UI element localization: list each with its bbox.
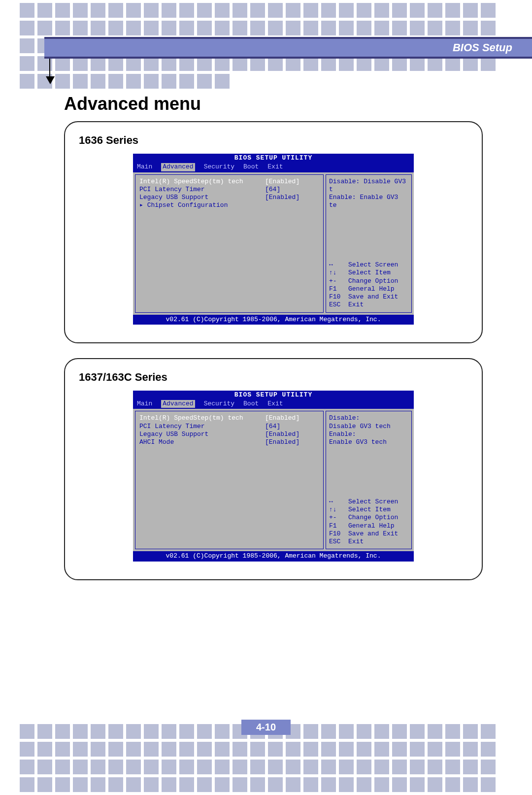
setting-label: Legacy USB Support (139, 194, 265, 201)
key-hint: +- Change Option (329, 277, 408, 285)
bios-footer: v02.61 (C)Copyright 1985-2006, American … (133, 315, 414, 325)
bios-tab-main[interactable]: Main (137, 400, 152, 408)
setting-value: [64] (265, 186, 319, 194)
setting-label: PCI Latency Timer (139, 186, 265, 194)
bios-setting-row[interactable]: Legacy USB Support[Enabled] (139, 431, 319, 438)
setting-value: [Enabled] (265, 414, 319, 422)
setting-value (265, 201, 319, 209)
bios-tab-boot[interactable]: Boot (243, 400, 259, 408)
bios-help-pane: Disable: Disable GV3 tEnable: Enable GV3… (326, 174, 412, 313)
bios-setting-row[interactable]: Intel(R) SpeedStep(tm) tech[Enabled] (139, 178, 319, 186)
bios-title: BIOS SETUP UTILITY (133, 154, 414, 163)
bios-tab-advanced[interactable]: Advanced (161, 400, 195, 408)
setting-label: ▸ Chipset Configuration (139, 201, 265, 209)
bios-setting-row[interactable]: Legacy USB Support[Enabled] (139, 194, 319, 201)
bios-menu-tabs: MainAdvancedSecurityBootExit (133, 399, 414, 408)
key-hint: F10 Save and Exit (329, 293, 408, 301)
bios-screenshot-1636: BIOS SETUP UTILITY MainAdvancedSecurityB… (133, 154, 414, 325)
bios-help-text: Disable: Disable GV3 tEnable: Enable GV3… (329, 178, 408, 210)
key-hint: ↑↓ Select Item (329, 506, 408, 514)
header-title: BIOS Setup (453, 41, 512, 54)
bios-items-pane: Intel(R) SpeedStep(tm) tech[Enabled]PCI … (135, 411, 324, 549)
setting-value: [Enabled] (265, 194, 319, 201)
panel-title: 1637/163C Series (79, 371, 468, 384)
bios-help-text: Disable: Disable GV3 techEnable: Enable … (329, 414, 408, 446)
page-title: Advanced menu (64, 94, 483, 114)
setting-label: AHCI Mode (139, 438, 265, 446)
bios-title: BIOS SETUP UTILITY (133, 391, 414, 399)
bios-tab-exit[interactable]: Exit (267, 400, 283, 408)
bios-setting-row[interactable]: ▸ Chipset Configuration (139, 201, 319, 209)
setting-value: [Enabled] (265, 431, 319, 438)
bios-tab-advanced[interactable]: Advanced (161, 163, 195, 171)
bios-setting-row[interactable]: Intel(R) SpeedStep(tm) tech[Enabled] (139, 414, 319, 422)
setting-label: Legacy USB Support (139, 431, 265, 438)
key-hint: ESC Exit (329, 538, 408, 546)
bios-footer: v02.61 (C)Copyright 1985-2006, American … (133, 551, 414, 561)
bios-key-legend: ↔ Select Screen↑↓ Select Item+- Change O… (329, 498, 408, 546)
setting-label: Intel(R) SpeedStep(tm) tech (139, 178, 265, 186)
setting-value: [64] (265, 423, 319, 431)
bios-screenshot-1637: BIOS SETUP UTILITY MainAdvancedSecurityB… (133, 391, 414, 562)
bios-tab-security[interactable]: Security (204, 163, 234, 171)
bios-tab-boot[interactable]: Boot (243, 163, 259, 171)
bios-tab-main[interactable]: Main (137, 163, 152, 171)
key-hint: F1 General Help (329, 285, 408, 293)
arrow-line (49, 59, 50, 78)
panel-1636-series: 1636 Series BIOS SETUP UTILITY MainAdvan… (64, 121, 483, 343)
panel-title: 1636 Series (79, 134, 468, 147)
key-hint: F10 Save and Exit (329, 530, 408, 538)
bios-tab-security[interactable]: Security (204, 400, 234, 408)
bios-menu-tabs: MainAdvancedSecurityBootExit (133, 163, 414, 171)
key-hint: +- Change Option (329, 514, 408, 522)
setting-label: Intel(R) SpeedStep(tm) tech (139, 414, 265, 422)
bios-key-legend: ↔ Select Screen↑↓ Select Item+- Change O… (329, 261, 408, 309)
bios-tab-exit[interactable]: Exit (267, 163, 283, 171)
panel-1637-series: 1637/163C Series BIOS SETUP UTILITY Main… (64, 358, 483, 580)
arrow-down-icon (46, 76, 55, 84)
bios-help-pane: Disable: Disable GV3 techEnable: Enable … (326, 411, 412, 549)
setting-label: PCI Latency Timer (139, 423, 265, 431)
key-hint: ↔ Select Screen (329, 498, 408, 506)
header-bar: BIOS Setup (44, 37, 532, 59)
key-hint: ↔ Select Screen (329, 261, 408, 269)
bios-items-pane: Intel(R) SpeedStep(tm) tech[Enabled]PCI … (135, 174, 324, 313)
bios-setting-row[interactable]: PCI Latency Timer[64] (139, 186, 319, 194)
setting-value: [Enabled] (265, 178, 319, 186)
key-hint: F1 General Help (329, 522, 408, 530)
page-number: 4-10 (241, 720, 291, 735)
key-hint: ESC Exit (329, 301, 408, 309)
key-hint: ↑↓ Select Item (329, 269, 408, 277)
bios-setting-row[interactable]: AHCI Mode[Enabled] (139, 438, 319, 446)
setting-value: [Enabled] (265, 438, 319, 446)
bios-setting-row[interactable]: PCI Latency Timer[64] (139, 423, 319, 431)
